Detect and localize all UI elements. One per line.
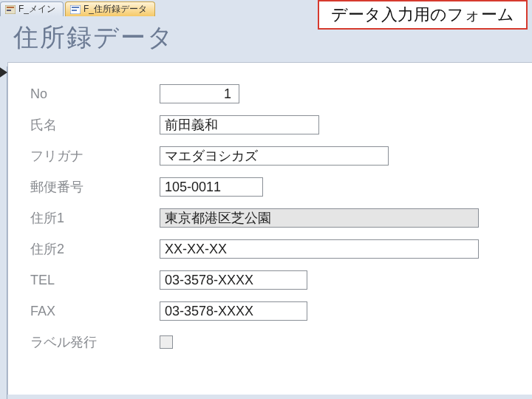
input-name[interactable] <box>160 115 319 134</box>
checkbox-label-issue[interactable] <box>160 335 173 349</box>
label-tel: TEL <box>30 273 160 288</box>
row-fax: FAX <box>30 301 517 321</box>
label-postal: 郵便番号 <box>30 178 160 196</box>
row-postal: 郵便番号 <box>30 177 517 197</box>
tab-address-label: F_住所録データ <box>83 3 147 16</box>
input-addr1[interactable] <box>160 208 479 228</box>
form-icon <box>5 5 16 14</box>
row-no: No <box>30 83 517 104</box>
svg-rect-4 <box>72 7 79 8</box>
tab-main-label: F_メイン <box>18 3 55 16</box>
label-no: No <box>30 86 160 102</box>
form-icon <box>70 5 81 14</box>
row-label-issue: ラベル発行 <box>30 332 517 352</box>
row-addr1: 住所1 <box>30 208 517 228</box>
current-record-arrow-icon <box>0 66 7 78</box>
label-addr1: 住所1 <box>30 209 160 227</box>
svg-rect-1 <box>7 7 14 8</box>
tab-main[interactable]: F_メイン <box>0 1 64 16</box>
row-addr2: 住所2 <box>30 239 517 259</box>
label-fax: FAX <box>30 304 160 319</box>
input-addr2[interactable] <box>160 239 479 259</box>
input-postal[interactable] <box>160 177 263 197</box>
label-label-issue: ラベル発行 <box>30 333 160 351</box>
row-tel: TEL <box>30 270 517 290</box>
label-furigana: フリガナ <box>30 147 160 165</box>
input-no[interactable] <box>160 84 239 103</box>
label-name: 氏名 <box>30 116 160 134</box>
row-furigana: フリガナ <box>30 146 517 166</box>
form-body: No 氏名 フリガナ 郵便番号 住所1 住所2 TEL FAX <box>7 62 532 395</box>
annotation-callout: データ入力用のフォーム <box>318 0 528 30</box>
svg-rect-2 <box>7 10 11 11</box>
label-addr2: 住所2 <box>30 240 160 258</box>
tab-address-data[interactable]: F_住所録データ <box>65 1 155 16</box>
input-furigana[interactable] <box>160 146 389 166</box>
input-tel[interactable] <box>160 270 307 290</box>
input-fax[interactable] <box>160 301 307 321</box>
record-selector-gutter[interactable] <box>0 66 7 399</box>
svg-rect-5 <box>72 10 77 11</box>
tab-bar: F_メイン F_住所録データ データ入力用のフォーム <box>0 0 532 16</box>
row-name: 氏名 <box>30 115 517 135</box>
